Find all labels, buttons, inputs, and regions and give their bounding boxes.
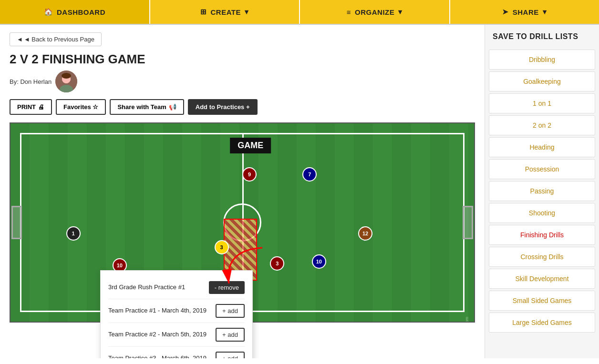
practice-row: 3rd Grade Rush Practice #1 - remove	[108, 276, 245, 299]
drill-list-item-goalkeeping[interactable]: Goalkeeping	[489, 71, 595, 91]
drill-list-item-passing[interactable]: Passing	[489, 181, 595, 201]
share-nav-label: SHARE	[513, 8, 539, 16]
avatar	[55, 71, 77, 92]
svg-point-4	[62, 73, 71, 79]
share-team-button[interactable]: Share with Team 📢	[110, 99, 184, 115]
house-icon: 🏠	[44, 8, 53, 16]
drill-lists-sidebar: SAVE TO DRILL LISTS Dribbling Goalkeepin…	[485, 25, 599, 358]
player-token: 7	[302, 167, 317, 182]
organize-nav-label: ORGANIZE	[355, 8, 394, 16]
organize-nav-button[interactable]: ≡ ORGANIZE ▾	[300, 0, 450, 24]
content-area: ◄ ◄ Back to Previous Page 2 V 2 FINISHIN…	[0, 25, 485, 358]
dashboard-nav-button[interactable]: 🏠 DASHBOARD	[0, 0, 150, 24]
author-label: By: Don Herlan	[10, 78, 52, 85]
action-bar: PRINT 🖨 Favorites ☆ Share with Team 📢 Ad…	[10, 99, 475, 115]
practice-row-label: Team Practice #1 - March 4th, 2019	[108, 306, 216, 315]
field-wrapper: 3rd Grade Rush Practice #1 - remove Team…	[10, 122, 475, 323]
add-button[interactable]: + add	[216, 304, 245, 318]
player-token: 10	[312, 254, 326, 269]
game-title-label: GAME	[238, 141, 263, 150]
chevron-down-icon: ▾	[398, 8, 403, 16]
speaker-icon: 📢	[169, 103, 176, 111]
practice-row-label: Team Practice #2 - March 5th, 2019	[108, 330, 216, 339]
plus-square-icon: ⊞	[200, 8, 207, 16]
drill-list-item-1on1[interactable]: 1 on 1	[489, 93, 595, 113]
practice-row: Team Practice #1 - March 4th, 2019 + add	[108, 299, 245, 323]
practice-row: Team Practice #2 - March 5th, 2019 + add	[108, 323, 245, 347]
drill-list-item-small-sided-games[interactable]: Small Sided Games	[489, 291, 595, 311]
author-line: By: Don Herlan	[10, 71, 475, 92]
back-button-label: ◄ Back to Previous Page	[24, 36, 94, 43]
favorites-label: Favorites ☆	[63, 103, 98, 111]
printer-icon: 🖨	[38, 103, 44, 111]
drill-list-item-shooting[interactable]: Shooting	[489, 203, 595, 223]
player-token: 3	[215, 240, 229, 254]
drill-list-item-finishing-drills[interactable]: Finishing Drills	[489, 225, 595, 245]
add-button[interactable]: + add	[216, 328, 245, 342]
remove-button[interactable]: - remove	[209, 281, 245, 294]
share-nav-button[interactable]: ➤ SHARE ▾	[450, 0, 599, 24]
layers-icon: ≡	[347, 8, 351, 16]
back-arrow-icon: ◄	[17, 36, 23, 43]
add-practices-label: Add to Practices +	[196, 103, 250, 111]
goal-left	[11, 206, 22, 239]
chevron-down-icon: ▾	[543, 8, 547, 16]
back-button[interactable]: ◄ ◄ Back to Previous Page	[10, 32, 102, 46]
drill-list-item-2on2[interactable]: 2 on 2	[489, 115, 595, 135]
favorites-button[interactable]: Favorites ☆	[56, 99, 106, 115]
drill-list-item-dribbling[interactable]: Dribbling	[489, 50, 595, 70]
game-title-box: GAME	[230, 138, 271, 153]
drill-list-item-heading[interactable]: Heading	[489, 137, 595, 157]
top-navigation: 🏠 DASHBOARD ⊞ CREATE ▾ ≡ ORGANIZE ▾ ➤ SH…	[0, 0, 599, 25]
practice-row: Team Practice #3 - March 6th, 2019 + add	[108, 347, 245, 358]
drill-list-item-large-sided-games[interactable]: Large Sided Games	[489, 313, 595, 333]
create-nav-label: CREATE	[210, 8, 241, 16]
drill-list-item-possession[interactable]: Possession	[489, 159, 595, 179]
drill-list-item-crossing-drills[interactable]: Crossing Drills	[489, 247, 595, 267]
print-button[interactable]: PRINT 🖨	[10, 99, 52, 115]
arrow-right-icon: ➤	[502, 8, 509, 16]
chevron-down-icon: ▾	[245, 8, 249, 16]
add-to-practices-button[interactable]: Add to Practices +	[188, 99, 258, 115]
sidebar-title: SAVE TO DRILL LISTS	[485, 32, 599, 48]
print-label: PRINT	[17, 103, 36, 111]
watermark: www.soccercoaching.com	[465, 317, 469, 323]
create-nav-button[interactable]: ⊞ CREATE ▾	[150, 0, 300, 24]
dashboard-nav-label: DASHBOARD	[57, 8, 105, 16]
goal-right	[463, 206, 473, 239]
drill-title: 2 V 2 FINISHING GAME	[10, 52, 475, 67]
share-team-label: Share with Team	[117, 103, 166, 111]
drill-list-item-skill-development[interactable]: Skill Development	[489, 269, 595, 289]
add-button[interactable]: + add	[216, 352, 245, 358]
practices-dropdown: 3rd Grade Rush Practice #1 - remove Team…	[100, 270, 253, 358]
main-layout: ◄ ◄ Back to Previous Page 2 V 2 FINISHIN…	[0, 25, 599, 358]
practice-row-label: 3rd Grade Rush Practice #1	[108, 283, 209, 292]
player-token: 9	[242, 167, 257, 182]
player-token: 1	[66, 226, 81, 241]
practice-row-label: Team Practice #3 - March 6th, 2019	[108, 354, 216, 358]
player-token: 3	[270, 256, 284, 271]
